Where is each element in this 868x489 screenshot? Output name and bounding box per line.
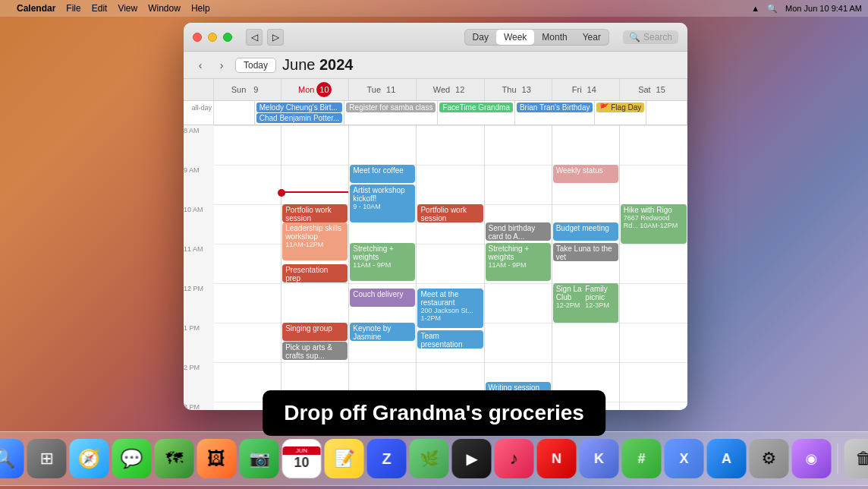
day-header-sat: Sat 15 — [620, 79, 687, 100]
dock-systemprefs[interactable]: ⚙ — [750, 439, 789, 478]
next-week-arrow[interactable]: › — [214, 58, 229, 73]
day-num-sun[interactable]: 9 — [248, 82, 263, 97]
event-facetime-grandma[interactable]: FaceTime Grandma — [439, 103, 513, 112]
dock-calendar[interactable]: JUN 10 — [282, 439, 322, 478]
today-button[interactable]: Today — [235, 58, 276, 73]
dock-finder[interactable]: 🔍 — [0, 439, 24, 478]
event-brian-bday[interactable]: Brian Tran's Birthday — [517, 103, 593, 112]
day-name-thu: Thu — [502, 85, 517, 94]
dock-trash[interactable]: 🗑 — [844, 439, 869, 478]
event-team-presentation[interactable]: Team presentation — [417, 330, 483, 349]
view-week[interactable]: Week — [496, 30, 534, 45]
view-year[interactable]: Year — [575, 30, 609, 45]
dock-music[interactable]: ♪ — [495, 439, 534, 478]
day-name-tue: Tue — [367, 85, 382, 94]
all-day-tue: Register for samba class — [344, 101, 438, 125]
event-portfolio-wed[interactable]: Portfolio work session — [417, 204, 483, 222]
day-header-wed: Wed 12 — [417, 79, 484, 100]
event-stretching-thu[interactable]: Stretching + weights11AM - 9PM — [486, 243, 551, 281]
dock-appletv[interactable]: ▶ — [452, 439, 492, 478]
dock: 🔍 ⊞ 🧭 💬 🗺 🖼 📷 JUN 10 📝 Z 🌿 ▶ ♪ N K — [0, 431, 868, 486]
event-stretching-tue[interactable]: Stretching + weights11AM - 9PM — [350, 243, 415, 281]
now-line — [281, 191, 348, 193]
view-switcher: Day Week Month Year — [464, 29, 609, 46]
event-portfolio-mon[interactable]: Portfolio work session — [282, 204, 348, 222]
event-presentation-prep[interactable]: Presentation prep — [282, 264, 348, 282]
dock-notes[interactable]: 📝 — [325, 439, 364, 478]
day-col-tue: Meet for coffee Artist workshop kickoff!… — [349, 125, 417, 410]
app-name[interactable]: Calendar — [17, 3, 55, 14]
event-artist-workshop[interactable]: Artist workshop kickoff!9 - 10AM — [350, 185, 415, 222]
menu-help[interactable]: Help — [191, 3, 210, 14]
dock-zoom[interactable]: Z — [367, 439, 407, 478]
menu-file[interactable]: File — [66, 3, 80, 14]
time-grid-wrapper: 8 AM 9 AM 10 AM 11 AM 12 PM 1 PM 2 PM 3 … — [184, 125, 687, 410]
dock-news[interactable]: N — [537, 439, 577, 478]
event-singing-group[interactable]: Singing group — [282, 323, 348, 341]
next-icon[interactable]: ▷ — [267, 29, 284, 46]
dock-safari[interactable]: 🧭 — [70, 439, 109, 478]
day-num-tue[interactable]: 11 — [383, 82, 398, 97]
dock-launchpad[interactable]: ⊞ — [27, 439, 67, 478]
dock-photos[interactable]: 🖼 — [197, 439, 237, 478]
event-luna-vet[interactable]: Take Luna to the vet — [553, 243, 618, 261]
event-hike-rigo[interactable]: Hike with Rigo7667 Redwood Rd... 10AM-12… — [621, 204, 687, 244]
dock-messages[interactable]: 💬 — [112, 439, 152, 478]
day-col-sun — [214, 125, 281, 410]
event-birthday-card[interactable]: Send birthday card to A... — [486, 222, 551, 241]
event-couch-delivery[interactable]: Couch delivery — [350, 289, 415, 307]
day-num-wed[interactable]: 12 — [452, 82, 467, 97]
event-pickup-arts[interactable]: Pick up arts & crafts sup... — [282, 342, 348, 360]
maximize-button[interactable] — [223, 33, 232, 42]
menu-edit[interactable]: Edit — [92, 3, 108, 14]
day-num-fri[interactable]: 14 — [584, 82, 599, 97]
all-day-sat — [646, 101, 687, 125]
event-coffee[interactable]: Meet for coffee — [350, 165, 415, 183]
prev-icon[interactable]: ◁ — [246, 29, 263, 46]
event-restaurant[interactable]: Meet at the restaurant200 Jackson St... … — [417, 289, 483, 328]
dock-xcode[interactable]: X — [665, 439, 704, 478]
search-bar[interactable]: 🔍 Search — [623, 30, 678, 44]
time-col-header — [184, 79, 214, 100]
day-name-wed: Wed — [433, 85, 450, 94]
event-melody[interactable]: Melody Cheung's Birt... — [256, 103, 343, 112]
event-flag-day[interactable]: 🚩 Flag Day — [596, 103, 644, 112]
dock-numbers[interactable]: # — [622, 439, 662, 478]
event-leadership[interactable]: Leadership skills workshop11AM-12PM — [282, 222, 348, 260]
wifi-icon: ▲ — [751, 4, 760, 13]
toolbar-icons: ◁ ▷ — [246, 29, 284, 46]
search-icon-cal: 🔍 — [629, 32, 640, 43]
prev-week-arrow[interactable]: ‹ — [193, 58, 208, 73]
menu-view[interactable]: View — [118, 3, 137, 14]
dock-siri[interactable]: ◉ — [792, 439, 832, 478]
event-family-picnic[interactable]: Family picnic12-3PM — [582, 283, 618, 323]
event-keynote-jasmine[interactable]: Keynote by Jasmine — [350, 323, 415, 341]
dock-facetime[interactable]: 📷 — [240, 439, 279, 478]
day-num-sat[interactable]: 15 — [653, 82, 668, 97]
day-header-tue: Tue 11 — [349, 79, 417, 100]
all-day-mon: Melody Cheung's Birt... Chad Benjamin Po… — [255, 101, 345, 125]
dock-keynote[interactable]: K — [580, 439, 619, 478]
menu-window[interactable]: Window — [148, 3, 181, 14]
event-weekly-status[interactable]: Weekly status — [553, 165, 618, 183]
view-day[interactable]: Day — [465, 30, 496, 45]
dock-appstore[interactable]: A — [707, 439, 747, 478]
day-num-thu[interactable]: 13 — [519, 82, 534, 97]
day-num-mon[interactable]: 10 — [316, 82, 332, 97]
tooltip-text: Drop off Grandma's groceries — [284, 401, 584, 424]
dock-maps[interactable]: 🗺 — [155, 439, 194, 478]
all-day-wed: FaceTime Grandma — [438, 101, 515, 125]
calendar-window: ◁ ▷ Day Week Month Year 🔍 Search ‹ › Tod… — [184, 23, 687, 410]
view-month[interactable]: Month — [534, 30, 574, 45]
event-budget-meeting[interactable]: Budget meeting — [553, 222, 618, 241]
all-day-thu: Brian Tran's Birthday — [515, 101, 596, 125]
day-header-thu: Thu 13 — [485, 79, 552, 100]
day-name-fri: Fri — [572, 85, 582, 94]
event-samba[interactable]: Register for samba class — [346, 103, 436, 112]
time-grid: 8 AM 9 AM 10 AM 11 AM 12 PM 1 PM 2 PM 3 … — [184, 125, 687, 410]
dock-mindnode[interactable]: 🌿 — [410, 439, 449, 478]
dock-divider — [838, 443, 838, 474]
close-button[interactable] — [193, 33, 202, 42]
minimize-button[interactable] — [208, 33, 217, 42]
event-chad[interactable]: Chad Benjamin Potter... — [256, 113, 343, 123]
